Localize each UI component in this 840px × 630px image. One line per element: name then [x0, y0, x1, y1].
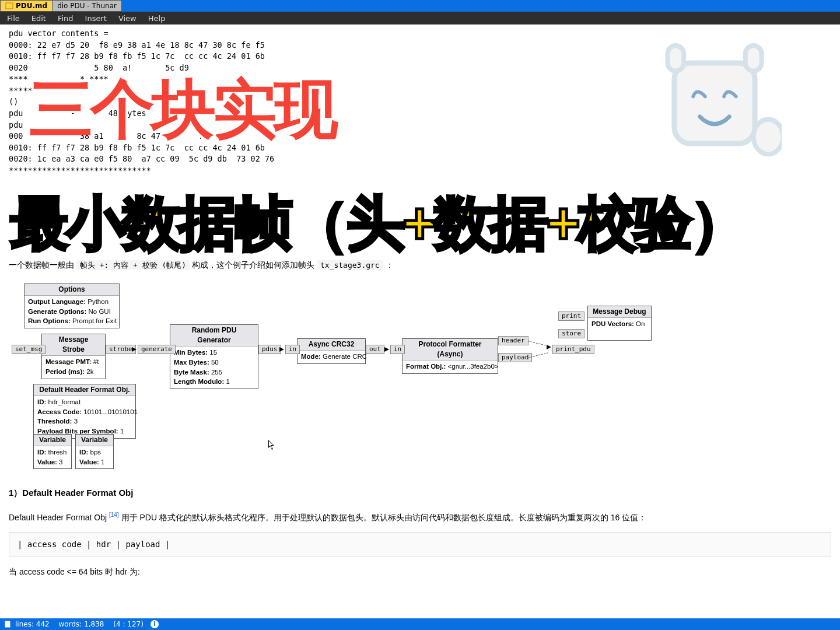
svg-rect-3: [746, 46, 762, 71]
port-generate[interactable]: generate: [138, 345, 176, 354]
doc-icon: [4, 620, 12, 628]
svg-rect-1: [674, 63, 755, 144]
svg-rect-5: [5, 621, 10, 628]
tab-thunar[interactable]: dio PDU - Thunar: [52, 0, 122, 12]
section-heading-1: 1）Default Header Format Obj: [9, 487, 831, 499]
editor-area[interactable]: pdu vector contents = 0000: 22 e7 d5 20 …: [0, 24, 840, 607]
port-crc-in[interactable]: in: [285, 345, 300, 354]
overlay-text-yellow: 最小数据帧（头+数据+校验）: [10, 181, 746, 265]
section1-paragraph-2: 当 access code <= 64 bits 时 hdr 为:: [9, 565, 831, 579]
block-message-strobe[interactable]: Message Strobe Message PMT: #t Period (m…: [41, 334, 106, 379]
menubar: File Edit Find Insert View Help: [0, 12, 840, 24]
port-strobe[interactable]: strobe: [106, 345, 136, 354]
menu-insert[interactable]: Insert: [80, 13, 111, 24]
port-set-msg[interactable]: set_msg: [12, 345, 46, 354]
block-options[interactable]: Options Output Language: Python Generate…: [24, 284, 120, 328]
menu-view[interactable]: View: [114, 13, 141, 24]
port-fmt-header[interactable]: header: [498, 336, 528, 345]
block-async-crc32[interactable]: Async CRC32 Mode: Generate CRC: [297, 338, 366, 364]
code-block-frame-layout: | access code | hdr | payload |: [9, 532, 831, 556]
block-default-header[interactable]: Default Header Format Obj. ID: hdr_forma…: [33, 384, 136, 439]
block-protocol-formatter[interactable]: Protocol Formatter (Async) Format Obj.: …: [402, 338, 498, 374]
footnote-link[interactable]: [14]: [109, 512, 119, 518]
code-inline-frame: 帧头 +: 内容 + 校验 (帧尾): [76, 260, 190, 270]
menu-edit[interactable]: Edit: [27, 13, 51, 24]
svg-rect-0: [6, 3, 13, 9]
svg-point-4: [754, 120, 782, 155]
menu-find[interactable]: Find: [53, 13, 78, 24]
menu-help[interactable]: Help: [144, 13, 170, 24]
intro-paragraph: 一个数据帧一般由 帧头 +: 内容 + 校验 (帧尾) 构成，这个例子介绍如何添…: [9, 258, 831, 272]
code-inline-grc: tx_stage3.grc: [317, 260, 383, 270]
block-random-pdu[interactable]: Random PDU Generator Min Bytes: 15 Max B…: [170, 324, 258, 389]
port-debug-print[interactable]: print: [558, 312, 584, 321]
flowgraph: Options Output Language: Python Generate…: [9, 284, 831, 482]
port-debug-print-pdu[interactable]: print_pdu: [552, 345, 594, 354]
menu-file[interactable]: File: [2, 13, 24, 24]
block-var-bps[interactable]: Variable ID: bps Value: 1: [75, 434, 114, 470]
info-icon[interactable]: i: [150, 620, 159, 628]
port-fmt-payload[interactable]: payload: [498, 353, 532, 362]
block-message-debug[interactable]: Message Debug PDU Vectors: On: [587, 306, 652, 341]
status-words: words: 1,838: [59, 620, 104, 628]
port-fmt-in[interactable]: in: [390, 345, 405, 354]
port-pdus[interactable]: pdus: [258, 345, 281, 354]
status-pos: (4 : 127): [113, 620, 144, 628]
port-crc-out[interactable]: out: [366, 345, 384, 354]
block-var-thresh[interactable]: Variable ID: thresh Value: 3: [33, 434, 72, 470]
port-debug-store[interactable]: store: [558, 329, 584, 338]
status-bar: lines: 442 words: 1,838 (4 : 127) i: [0, 618, 840, 630]
section1-paragraph: Default Header Format Obj [14] 用于 PDU 格式…: [9, 508, 831, 525]
svg-rect-2: [668, 46, 684, 71]
status-lines: lines: 442: [15, 620, 50, 628]
titlebar: PDU.md dio PDU - Thunar: [0, 0, 840, 12]
tab-pdu-md[interactable]: PDU.md: [0, 0, 52, 12]
mascot-image: [648, 36, 782, 170]
